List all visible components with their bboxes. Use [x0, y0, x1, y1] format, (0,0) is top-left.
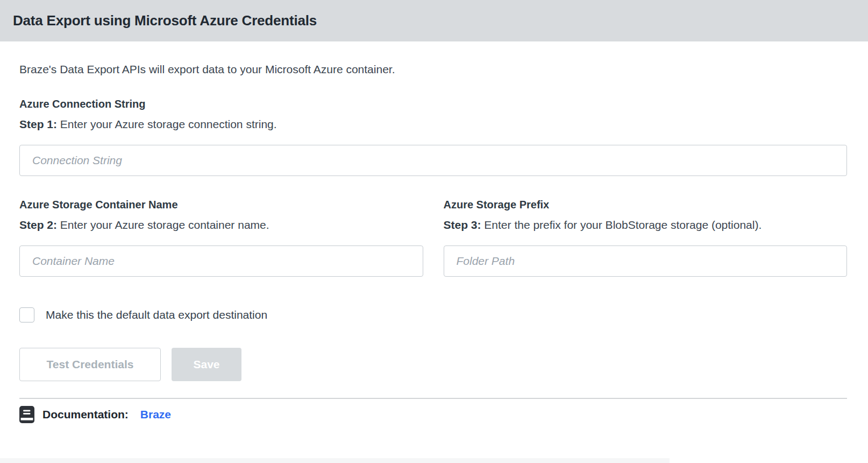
storage-prefix-input[interactable] [444, 245, 848, 277]
documentation-label: Documentation: [42, 408, 129, 421]
step-3-prefix: Step 3: [444, 219, 481, 231]
container-name-input[interactable] [19, 245, 423, 277]
panel-header: Data Export using Microsoft Azure Creden… [0, 0, 868, 41]
book-icon [19, 406, 34, 423]
storage-prefix-column: Azure Storage Prefix Step 3: Enter the p… [444, 199, 848, 277]
default-destination-checkbox[interactable] [19, 307, 34, 322]
step-1-text: Enter your Azure storage connection stri… [57, 118, 277, 130]
container-name-label: Azure Storage Container Name [19, 199, 423, 211]
documentation-row: Documentation: Braze [19, 406, 847, 423]
step-2-text: Enter your Azure storage container name. [57, 219, 269, 231]
test-credentials-button[interactable]: Test Credentials [19, 348, 161, 381]
next-section-edge [0, 458, 670, 463]
step-1-prefix: Step 1: [19, 118, 57, 130]
storage-prefix-label: Azure Storage Prefix [444, 199, 848, 211]
footer-divider [19, 398, 847, 399]
step-2-prefix: Step 2: [19, 219, 57, 231]
connection-string-label: Azure Connection String [19, 98, 847, 110]
default-destination-row: Make this the default data export destin… [19, 307, 847, 322]
braze-documentation-link[interactable]: Braze [140, 408, 171, 421]
step-3-text: Enter the prefix for your BlobStorage st… [481, 219, 762, 231]
connection-string-input[interactable] [19, 145, 847, 176]
step-2-instruction: Step 2: Enter your Azure storage contain… [19, 219, 423, 232]
intro-text: Braze's Data Export APIs will export dat… [19, 63, 847, 76]
data-export-form: Braze's Data Export APIs will export dat… [0, 63, 868, 423]
step-1-instruction: Step 1: Enter your Azure storage connect… [19, 118, 847, 131]
connection-string-section: Azure Connection String Step 1: Enter yo… [19, 98, 847, 176]
page-title: Data Export using Microsoft Azure Creden… [13, 12, 317, 29]
default-destination-label: Make this the default data export destin… [46, 308, 267, 321]
container-and-prefix-section: Azure Storage Container Name Step 2: Ent… [19, 199, 847, 277]
form-actions: Test Credentials Save [19, 348, 847, 381]
save-button[interactable]: Save [172, 348, 241, 381]
container-name-column: Azure Storage Container Name Step 2: Ent… [19, 199, 423, 277]
step-3-instruction: Step 3: Enter the prefix for your BlobSt… [444, 219, 848, 232]
